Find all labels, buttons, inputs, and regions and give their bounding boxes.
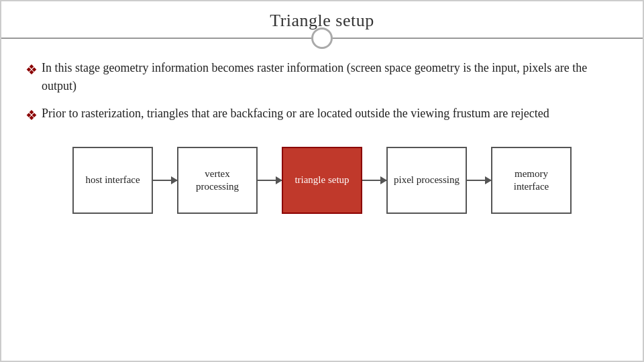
pipeline-diagram: host interface vertex processing triangl… — [25, 147, 619, 214]
bullet-2-diamond: ❖ — [25, 105, 38, 125]
arrow-3 — [362, 180, 386, 181]
header-circle-decoration — [311, 27, 333, 49]
memory-interface-label: memory interface — [498, 168, 565, 194]
arrow-4 — [467, 180, 491, 181]
bullet-1-text: In this stage geometry information becom… — [42, 59, 619, 95]
slide-content: ❖ In this stage geometry information bec… — [1, 39, 643, 361]
vertex-processing-label: vertex processing — [184, 168, 251, 194]
bullet-1-diamond: ❖ — [25, 60, 38, 80]
bullet-2-text: Prior to rasterization, triangles that a… — [42, 105, 619, 123]
slide: Triangle setup ❖ In this stage geometry … — [0, 0, 644, 362]
host-interface-label: host interface — [85, 174, 140, 187]
slide-header: Triangle setup — [1, 1, 643, 39]
pixel-processing-label: pixel processing — [394, 174, 460, 187]
triangle-setup-box: triangle setup — [282, 147, 362, 214]
bullet-2: ❖ Prior to rasterization, triangles that… — [25, 105, 619, 125]
memory-interface-box: memory interface — [491, 147, 572, 214]
host-interface-box: host interface — [72, 147, 153, 214]
arrow-2 — [258, 180, 282, 181]
vertex-processing-box: vertex processing — [177, 147, 258, 214]
bullet-1: ❖ In this stage geometry information bec… — [25, 59, 619, 95]
pixel-processing-box: pixel processing — [386, 147, 467, 214]
arrow-1 — [153, 180, 177, 181]
triangle-setup-label: triangle setup — [294, 174, 349, 187]
